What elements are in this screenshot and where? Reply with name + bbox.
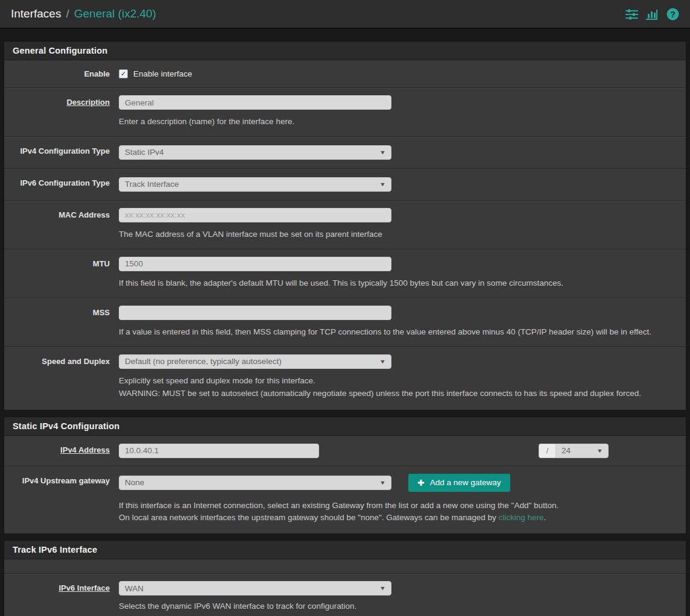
chevron-down-icon: ▼ [379,149,386,156]
row-ipv6-interface: IPv6 Interface WAN ▼ Selects the dynamic… [4,573,686,616]
mss-help: If a value is entered in this field, the… [119,326,676,339]
enable-interface-checkbox-label: Enable interface [133,69,192,78]
mss-label: MSS [4,298,119,347]
chevron-down-icon: ▼ [379,181,386,187]
mss-input[interactable] [119,306,391,320]
mtu-input[interactable] [119,257,391,271]
ipv6-type-selected-value: Track Interface [125,180,179,189]
row-description: Description Enter a description (name) f… [4,87,686,136]
speed-duplex-help-line1: Explicitly set speed and duplex mode for… [119,375,676,388]
subnet-mask-select[interactable]: 24 ▼ [555,444,609,458]
sliders-icon[interactable] [625,8,638,20]
gateway-selected-value: None [125,478,144,487]
speed-duplex-label: Speed and Duplex [4,347,119,410]
speed-duplex-select[interactable]: Default (no preference, typically autose… [119,354,391,369]
ipv4-type-selected-value: Static IPv4 [125,148,164,157]
navbar-actions: ? [625,8,679,20]
ipv6-configuration-type-select[interactable]: Track Interface ▼ [119,177,391,192]
enable-interface-checkbox[interactable] [119,69,128,78]
speed-duplex-selected-value: Default (no preference, typically autose… [125,357,282,366]
ipv4-type-label: IPv4 Configuration Type [4,137,119,168]
panel-general-configuration: General Configuration Enable Enable inte… [4,41,686,410]
bar-chart-icon[interactable] [646,8,659,20]
help-icon[interactable]: ? [666,8,679,20]
gateway-help-line1: If this interface is an Internet connect… [119,500,676,512]
cidr-separator: / [539,444,555,458]
row-ipv4-address: IPv4 Address / 24 ▼ [4,436,686,466]
add-gateway-button-label: Add a new gateway [430,478,501,487]
ipv4-upstream-gateway-select[interactable]: None ▼ [119,476,391,490]
chevron-down-icon: ▼ [379,585,386,591]
breadcrumb-separator: / [66,7,69,20]
description-help: Enter a description (name) for the inter… [119,116,676,128]
breadcrumb-interfaces[interactable]: Interfaces [11,7,61,20]
row-ipv4-upstream-gateway: IPv4 Upstream gateway None ▼ ✚ Add a new… [4,466,686,534]
row-enable: Enable Enable interface [4,60,686,87]
subnet-mask-group: / 24 ▼ [539,444,609,458]
ipv6-interface-select[interactable]: WAN ▼ [119,581,391,596]
ipv6-interface-label: IPv6 Interface [4,574,119,616]
ipv4-upstream-gateway-label: IPv4 Upstream gateway [4,467,119,534]
mtu-help: If this field is blank, the adapter's de… [119,277,676,290]
ipv4-configuration-type-select[interactable]: Static IPv4 ▼ [119,145,391,160]
panel-title-track-ipv6: Track IPv6 Interface [4,541,686,559]
panel-title-general: General Configuration [4,42,686,60]
chevron-down-icon: ▼ [379,480,386,486]
panel-track-ipv6-interface: Track IPv6 Interface IPv6 Interface WAN … [4,540,686,616]
panel-title-static-ipv4: Static IPv4 Configuration [4,417,686,436]
gateway-help: If this interface is an Internet connect… [119,500,676,525]
speed-duplex-help-line2: WARNING: MUST be set to autoselect (auto… [119,388,676,400]
row-mss: MSS If a value is entered in this field,… [4,298,686,347]
breadcrumb: Interfaces / General (ix2.40) [11,7,156,20]
ipv6-interface-help: Selects the dynamic IPv6 WAN interface t… [119,600,676,613]
gateway-help-line2: On local area network interfaces the ups… [119,512,676,524]
ipv6-type-label: IPv6 Configuration Type [4,169,119,200]
chevron-down-icon: ▼ [379,359,386,365]
chevron-down-icon: ▼ [597,448,603,454]
description-input[interactable] [119,95,391,110]
row-ipv4-configuration-type: IPv4 Configuration Type Static IPv4 ▼ [4,136,686,168]
row-speed-and-duplex: Speed and Duplex Default (no preference,… [4,347,686,410]
svg-text:?: ? [670,9,676,19]
description-label: Description [4,88,119,136]
add-gateway-button[interactable]: ✚ Add a new gateway [408,474,510,492]
top-navbar: Interfaces / General (ix2.40) [0,0,690,29]
mac-address-input[interactable] [119,208,391,222]
panel-static-ipv4-configuration: Static IPv4 Configuration IPv4 Address /… [4,416,686,535]
row-mtu: MTU If this field is blank, the adapter'… [4,249,686,298]
mtu-label: MTU [4,250,119,298]
ipv6-interface-selected-value: WAN [125,584,144,593]
ipv4-address-input[interactable] [119,444,319,458]
row-mac-address: MAC Address The MAC address of a VLAN in… [4,200,686,249]
mac-address-help: The MAC address of a VLAN interface must… [119,228,676,241]
enable-label: Enable [4,60,119,87]
subnet-mask-selected-value: 24 [562,446,571,455]
plus-icon: ✚ [417,479,425,487]
clicking-here-link[interactable]: clicking here [498,513,543,522]
speed-duplex-help: Explicitly set speed and duplex mode for… [119,375,676,400]
ipv4-address-label: IPv4 Address [4,436,119,466]
page-content: General Configuration Enable Enable inte… [0,29,690,616]
row-empty-spacer [4,559,686,573]
breadcrumb-current-page: General (ix2.40) [74,7,156,20]
row-ipv6-configuration-type: IPv6 Configuration Type Track Interface … [4,168,686,200]
mac-address-label: MAC Address [4,201,119,249]
